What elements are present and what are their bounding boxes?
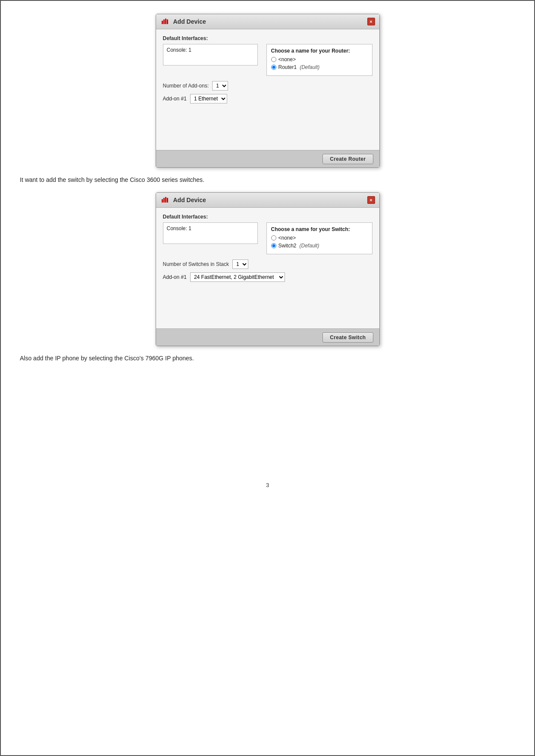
svg-rect-1: [163, 19, 165, 24]
switch-stack-label: Number of Switches in Stack: [163, 261, 229, 267]
switch-addon1-select[interactable]: 24 FastEthernet, 2 GigabitEthernet: [190, 272, 285, 282]
router-dialog-wrapper: Add Device × Default Interfaces: Console…: [18, 14, 517, 168]
router-radio-default-tag: (Default): [300, 64, 319, 70]
switch-left-col: Console: 1: [163, 222, 258, 254]
switch-radio-default[interactable]: [271, 243, 276, 248]
page-number: 3: [18, 482, 517, 488]
switch-stack-select[interactable]: 1: [232, 259, 248, 269]
switch-radio-none-row: <none>: [271, 235, 368, 241]
router-choose-name-title: Choose a name for your Router:: [271, 48, 368, 54]
router-radio-default-row: Router1 (Default): [271, 64, 368, 70]
router-dialog-close-button[interactable]: ×: [367, 18, 375, 25]
router-console-label: Console: 1: [167, 47, 191, 53]
svg-rect-7: [167, 198, 168, 203]
router-interface-box: Console: 1: [163, 44, 258, 66]
router-default-interfaces-label: Default Interfaces:: [163, 35, 372, 41]
switch-dialog-title: Add Device: [173, 197, 206, 203]
switch-radio-default-label: Switch2: [278, 243, 297, 249]
switch-titlebar-left: Add Device: [160, 195, 206, 205]
switch-dialog-footer: Create Switch: [156, 328, 379, 346]
router-radio-default[interactable]: [271, 65, 276, 70]
router-addons-select[interactable]: 1: [212, 81, 228, 91]
switch-radio-default-row: Switch2 (Default): [271, 243, 368, 249]
router-radio-none[interactable]: [271, 57, 276, 62]
svg-rect-2: [165, 19, 166, 24]
titlebar-left: Add Device: [160, 17, 206, 26]
switch-name-box: Choose a name for your Switch: <none> Sw…: [266, 222, 372, 254]
switch-choose-name-title: Choose a name for your Switch:: [271, 226, 368, 232]
svg-rect-0: [162, 21, 163, 24]
switch-right-col: Choose a name for your Switch: <none> Sw…: [266, 222, 372, 254]
router-addons-label: Number of Add-ons:: [163, 83, 209, 89]
switch-cisco-logo-icon: [160, 195, 170, 205]
router-right-col: Choose a name for your Router: <none> Ro…: [266, 44, 372, 76]
create-router-button[interactable]: Create Router: [322, 154, 373, 164]
router-dialog-title: Add Device: [173, 18, 206, 25]
router-dialog: Add Device × Default Interfaces: Console…: [156, 14, 380, 168]
switch-dialog-close-button[interactable]: ×: [367, 196, 375, 204]
switch-radio-none[interactable]: [271, 235, 276, 241]
router-addon1-row: Add-on #1 1 Ethernet: [163, 94, 372, 103]
switch-console-label: Console: 1: [167, 225, 191, 231]
switch-dialog-wrapper: Add Device × Default Interfaces: Console…: [18, 192, 517, 346]
router-radio-none-label: <none>: [278, 56, 296, 62]
svg-rect-4: [162, 199, 163, 203]
svg-rect-3: [167, 19, 168, 24]
switch-radio-default-tag: (Default): [300, 243, 319, 249]
switch-dialog-titlebar: Add Device ×: [156, 193, 379, 208]
router-dialog-footer: Create Router: [156, 150, 379, 167]
router-addon1-label: Add-on #1: [163, 96, 187, 102]
router-dialog-body: Default Interfaces: Console: 1 Choose a …: [156, 29, 379, 150]
switch-dialog-body: Default Interfaces: Console: 1 Choose a …: [156, 208, 379, 328]
body-text-1: It want to add the switch by selecting t…: [18, 175, 206, 184]
router-addon1-select[interactable]: 1 Ethernet: [190, 94, 227, 103]
svg-rect-6: [165, 197, 166, 203]
switch-interface-box: Console: 1: [163, 222, 258, 244]
create-switch-button[interactable]: Create Switch: [322, 332, 373, 343]
router-radio-none-row: <none>: [271, 56, 368, 62]
router-addons-row: Number of Add-ons: 1: [163, 81, 372, 91]
switch-main-row: Console: 1 Choose a name for your Switch…: [163, 222, 372, 254]
switch-addon1-row: Add-on #1 24 FastEthernet, 2 GigabitEthe…: [163, 272, 372, 282]
router-name-box: Choose a name for your Router: <none> Ro…: [266, 44, 372, 76]
router-main-row: Console: 1 Choose a name for your Router…: [163, 44, 372, 76]
router-radio-default-label: Router1: [278, 64, 297, 70]
svg-rect-5: [163, 198, 165, 203]
switch-stack-row: Number of Switches in Stack 1: [163, 259, 372, 269]
switch-addon1-label: Add-on #1: [163, 274, 187, 280]
cisco-logo-icon: [160, 17, 170, 26]
switch-radio-none-label: <none>: [278, 235, 296, 241]
body-text-2: Also add the IP phone by selecting the C…: [18, 354, 196, 363]
switch-dialog: Add Device × Default Interfaces: Console…: [156, 192, 380, 346]
router-dialog-titlebar: Add Device ×: [156, 14, 379, 29]
router-left-col: Console: 1: [163, 44, 258, 76]
switch-default-interfaces-label: Default Interfaces:: [163, 214, 372, 220]
